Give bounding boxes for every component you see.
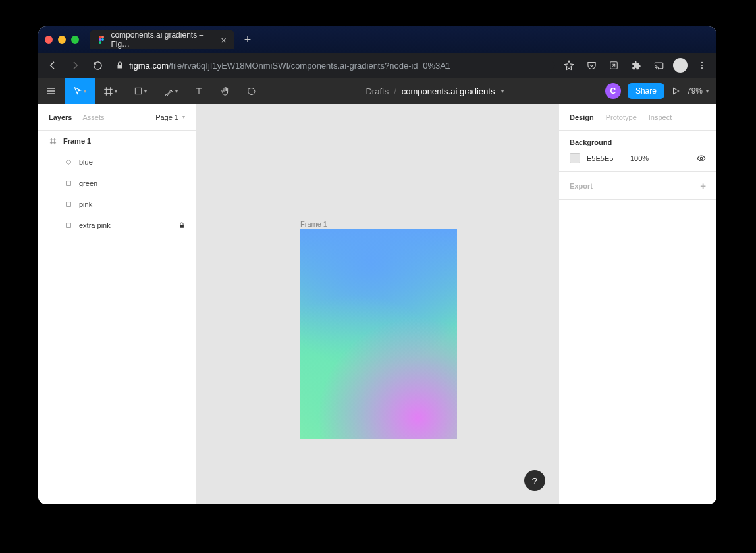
profile-avatar[interactable] [673, 58, 688, 73]
figma-favicon-icon [97, 35, 105, 44]
svg-point-7 [701, 65, 703, 66]
canvas[interactable]: Frame 1 ? [196, 104, 558, 504]
url-path: /file/rva6qIjI1yEW18MOnmiSWI/components.… [169, 61, 450, 71]
layer-name: Frame 1 [63, 137, 91, 145]
main-menu-button[interactable] [38, 78, 65, 104]
background-section: Background E5E5E5 100% [559, 131, 716, 172]
visibility-toggle-icon[interactable] [697, 154, 706, 163]
svg-rect-1 [101, 36, 104, 38]
browser-tab[interactable]: components.ai gradients – Fig… × [90, 30, 234, 49]
page-name: Page 1 [155, 113, 178, 121]
chevron-down-icon: ▾ [144, 88, 147, 94]
gradient-frame[interactable] [300, 229, 457, 439]
extensions-icon[interactable] [628, 57, 644, 73]
export-section[interactable]: Export + [559, 172, 716, 200]
comment-tool[interactable] [238, 78, 265, 104]
open-external-icon[interactable] [606, 57, 622, 73]
hand-tool[interactable] [212, 78, 238, 104]
breadcrumb-drafts[interactable]: Drafts [365, 86, 389, 96]
url-text: figma.com/file/rva6qIjI1yEW18MOnmiSWI/co… [129, 61, 450, 71]
hex-value[interactable]: E5E5E5 [587, 154, 624, 162]
cast-icon[interactable] [651, 57, 666, 73]
rectangle-icon [65, 179, 72, 187]
svg-point-6 [701, 62, 703, 63]
breadcrumb-separator: / [394, 86, 396, 96]
layer-name: blue [79, 158, 93, 166]
add-export-icon[interactable]: + [700, 180, 706, 191]
frame-tool[interactable]: ▾ [95, 78, 125, 104]
layer-item[interactable]: pink [38, 194, 196, 215]
chevron-down-icon: ▾ [84, 88, 86, 94]
layer-frame[interactable]: Frame 1 [38, 131, 196, 152]
close-window-button[interactable] [45, 36, 53, 44]
layer-name: extra pink [79, 221, 111, 229]
background-fill-row[interactable]: E5E5E5 100% [570, 153, 706, 163]
layer-name: pink [79, 200, 92, 208]
minimize-window-button[interactable] [58, 36, 66, 44]
chevron-down-icon[interactable]: ▾ [501, 88, 504, 94]
tab-layers[interactable]: Layers [49, 113, 72, 121]
figma-toolbar: ▾ ▾ ▾ ▾ Drafts / components.ai gradients… [38, 78, 716, 104]
section-title: Background [570, 138, 706, 146]
svg-point-13 [700, 157, 703, 160]
new-tab-button[interactable]: + [238, 30, 257, 49]
close-tab-icon[interactable]: × [221, 34, 227, 45]
chevron-down-icon: ▾ [175, 88, 178, 94]
zoom-control[interactable]: 79% ▾ [687, 86, 709, 96]
rectangle-icon [65, 200, 72, 208]
svg-point-3 [101, 38, 104, 41]
bookmark-star-icon[interactable] [561, 57, 577, 73]
figma-body: Layers Assets Page 1 ▾ Frame 1 blue [38, 104, 716, 504]
browser-tabstrip: components.ai gradients – Fig… × + [38, 26, 716, 53]
window-controls [45, 36, 79, 44]
present-button[interactable] [671, 86, 680, 96]
pocket-icon[interactable] [583, 57, 599, 73]
address-bar[interactable]: figma.com/file/rva6qIjI1yEW18MOnmiSWI/co… [112, 61, 554, 71]
frame-icon [49, 137, 57, 145]
text-tool[interactable] [186, 78, 212, 104]
color-swatch[interactable] [570, 153, 580, 163]
frame-label[interactable]: Frame 1 [300, 220, 327, 228]
svg-rect-12 [67, 223, 71, 228]
svg-rect-0 [99, 36, 101, 38]
breadcrumb: Drafts / components.ai gradients ▾ [265, 86, 605, 96]
svg-rect-10 [67, 181, 71, 186]
page-selector[interactable]: Page 1 ▾ [155, 113, 185, 121]
back-button[interactable] [45, 57, 61, 73]
tab-inspect[interactable]: Inspect [649, 113, 672, 121]
tab-assets[interactable]: Assets [82, 113, 104, 121]
svg-rect-11 [67, 202, 71, 207]
reload-button[interactable] [90, 57, 105, 73]
design-panel: Design Prototype Inspect Background E5E5… [558, 104, 716, 504]
layer-item[interactable]: extra pink [38, 215, 196, 236]
chevron-down-icon: ▾ [706, 88, 709, 94]
lock-icon [178, 222, 185, 229]
opacity-value[interactable]: 100% [630, 154, 649, 162]
svg-rect-9 [135, 88, 141, 94]
maximize-window-button[interactable] [71, 36, 79, 44]
diamond-icon [65, 158, 72, 166]
lock-icon [116, 61, 124, 69]
svg-rect-4 [99, 41, 101, 44]
layers-panel: Layers Assets Page 1 ▾ Frame 1 blue [38, 104, 196, 504]
tab-design[interactable]: Design [570, 113, 594, 121]
left-panel-tabs: Layers Assets Page 1 ▾ [38, 104, 196, 131]
tab-title: components.ai gradients – Fig… [111, 30, 211, 49]
help-button[interactable]: ? [524, 470, 545, 491]
kebab-menu-icon[interactable] [694, 57, 710, 73]
layer-item[interactable]: green [38, 173, 196, 194]
toolbar-right: C Share 79% ▾ [605, 83, 716, 99]
layer-name: green [79, 179, 97, 187]
pen-tool[interactable]: ▾ [155, 78, 186, 104]
svg-point-8 [701, 67, 703, 69]
move-tool[interactable]: ▾ [65, 78, 95, 104]
forward-button[interactable] [67, 57, 83, 73]
user-avatar[interactable]: C [605, 83, 621, 99]
shape-tool[interactable]: ▾ [125, 78, 155, 104]
layer-item[interactable]: blue [38, 152, 196, 173]
breadcrumb-file[interactable]: components.ai gradients [402, 86, 495, 96]
zoom-value: 79% [687, 86, 703, 96]
tab-prototype[interactable]: Prototype [606, 113, 637, 121]
share-button[interactable]: Share [628, 83, 664, 99]
browser-urlbar: figma.com/file/rva6qIjI1yEW18MOnmiSWI/co… [38, 53, 716, 78]
